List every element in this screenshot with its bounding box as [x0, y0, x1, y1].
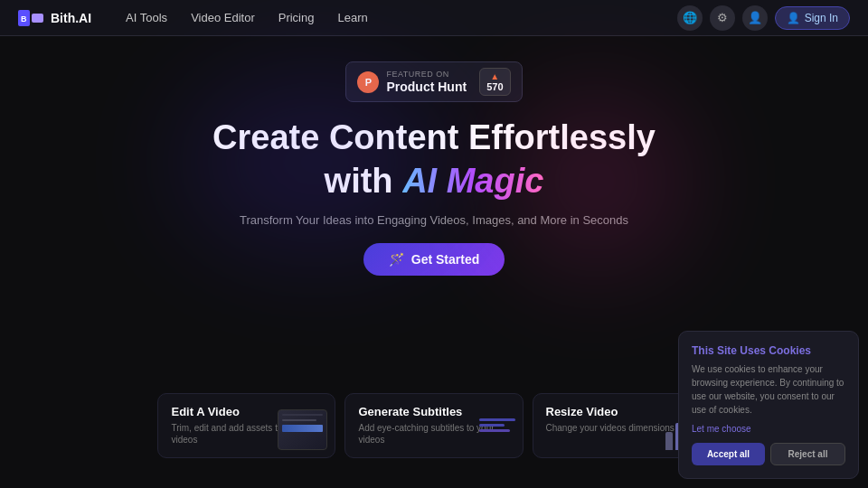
hero-title-line1: Create Content Effortlessly	[212, 118, 656, 158]
nav-right: 🌐 ⚙ 👤 👤 Sign In	[677, 5, 850, 31]
cookie-accept-button[interactable]: Accept all	[692, 443, 765, 465]
nav-pricing[interactable]: Pricing	[269, 7, 324, 28]
svg-text:B: B	[21, 14, 27, 23]
ph-upvote: ▲ 570	[479, 68, 510, 96]
feature-cards: ⊙ Video Gen. → ⊞ Image Gen. →	[414, 297, 454, 379]
tool-subtitles-title: Generate Subtitles	[358, 405, 509, 418]
magic-wand-icon: 🪄	[389, 252, 404, 267]
nav-video-editor[interactable]: Video Editor	[182, 7, 264, 28]
logo-icon: B	[18, 10, 45, 26]
hero-title-line2: with AI Magic	[325, 162, 544, 201]
get-started-button[interactable]: 🪄 Get Started	[363, 243, 505, 276]
nav-learn[interactable]: Learn	[328, 7, 376, 28]
cookie-let-me-choose[interactable]: Let me choose	[692, 424, 845, 434]
tool-card-subtitles[interactable]: Generate Subtitles Add eye-catching subt…	[344, 393, 523, 458]
ph-arrow-icon: ▲	[490, 71, 499, 81]
subtitles-visual	[479, 418, 515, 450]
bottom-tools: Edit A Video Trim, edit and add assets t…	[146, 393, 721, 458]
ph-icon: P	[357, 71, 379, 93]
sign-in-icon: 👤	[787, 12, 800, 24]
product-hunt-badge[interactable]: P FEATURED ON Product Hunt ▲ 570	[345, 61, 522, 102]
cookie-banner: This Site Uses Cookies We use cookies to…	[678, 331, 859, 479]
settings-icon-btn[interactable]: ⚙	[710, 5, 735, 31]
cookie-title: This Site Uses Cookies	[692, 344, 845, 357]
cookie-buttons: Accept all Reject all	[692, 443, 845, 465]
svg-rect-1	[32, 14, 43, 23]
nav-links: AI Tools Video Editor Pricing Learn	[117, 7, 677, 28]
tool-resize-title: Resize Video	[546, 405, 697, 418]
hero-subtitle: Transform Your Ideas into Engaging Video…	[240, 213, 628, 227]
sign-in-button[interactable]: 👤 Sign In	[775, 6, 850, 30]
logo-text: Bith.AI	[51, 11, 91, 25]
user-icon-btn[interactable]: 👤	[742, 5, 768, 31]
logo[interactable]: B Bith.AI	[18, 10, 91, 26]
tool-card-edit[interactable]: Edit A Video Trim, edit and add assets t…	[157, 393, 335, 458]
navbar: B Bith.AI AI Tools Video Editor Pricing …	[0, 0, 868, 36]
cookie-text: We use cookies to enhance your browsing …	[692, 362, 845, 417]
cookie-reject-button[interactable]: Reject all	[770, 443, 845, 465]
ai-magic-text: AI Magic	[402, 162, 543, 200]
ph-text: FEATURED ON Product Hunt	[386, 70, 467, 95]
globe-icon-btn[interactable]: 🌐	[677, 5, 703, 31]
edit-visual	[278, 409, 327, 450]
nav-ai-tools[interactable]: AI Tools	[117, 7, 176, 28]
